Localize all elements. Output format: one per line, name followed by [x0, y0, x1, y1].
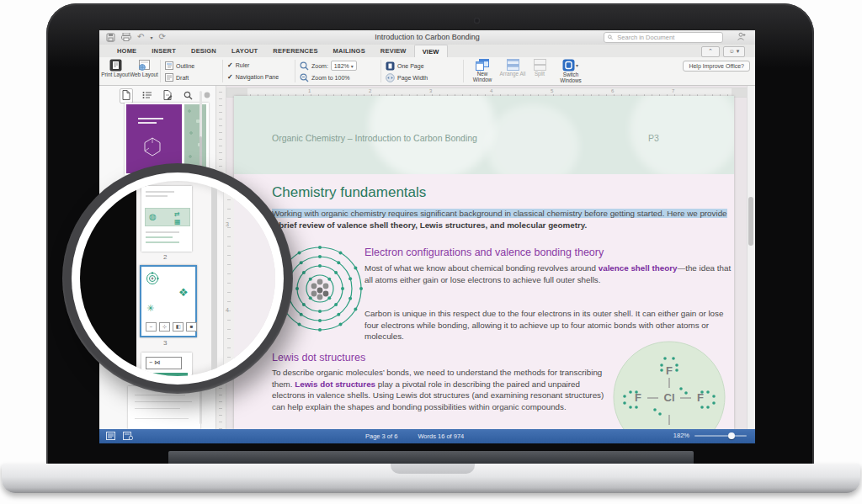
navigation-pane-tabs	[120, 88, 212, 103]
document-map-tab[interactable]	[141, 90, 154, 102]
help-improve-office-button[interactable]: Help Improve Office?	[683, 61, 750, 72]
outline-icon	[165, 61, 173, 70]
magnifier-loupe: ◍ ⇄ ▦ 2 ❖ ✳ −⊹◧■ 3 − ⋈	[62, 163, 293, 394]
print-layout-view-icon[interactable]	[106, 432, 115, 440]
ribbon-divider	[160, 60, 161, 82]
outline-button[interactable]: Outline	[165, 61, 194, 70]
status-page-count[interactable]: Page 3 of 6	[365, 432, 397, 440]
zoom-control: Zoom: 182% ▾	[300, 61, 357, 71]
loupe-page-2-label: 2	[163, 253, 167, 261]
split-button: Split	[525, 59, 554, 77]
one-page-icon	[386, 61, 395, 71]
navigation-pane-checkbox[interactable]: ✓ Navigation Pane	[227, 73, 279, 81]
search-icon	[608, 34, 613, 40]
gray-dot-icon	[204, 92, 210, 98]
pane-options-dot[interactable]	[202, 91, 212, 101]
search-pane-icon	[184, 91, 193, 100]
web-layout-button[interactable]: Web Layout	[130, 59, 158, 78]
review-pane-tab[interactable]	[162, 89, 174, 103]
split-icon	[534, 59, 546, 71]
tab-review[interactable]: REVIEW	[373, 45, 414, 57]
feedback-smiley-button[interactable]: ☺ ▾	[723, 46, 745, 57]
lid-notch	[391, 464, 475, 474]
document-page[interactable]: Organic Chemistry – Introduction to Carb…	[234, 96, 734, 429]
screenshot-stage: ↶ ▾ ⟳ Introduction to Carbon Bonding HOM…	[0, 0, 862, 504]
tab-references[interactable]: REFERENCES	[265, 45, 325, 57]
collapse-ribbon-button[interactable]: ⌃	[701, 46, 720, 57]
tab-layout[interactable]: LAYOUT	[224, 45, 265, 57]
tab-home[interactable]: HOME	[109, 45, 144, 57]
view-ribbon: Print Layout Web Layout Outline Draft ✓ …	[99, 57, 755, 86]
svg-text:▾: ▾	[576, 63, 578, 68]
print-layout-icon	[109, 59, 122, 72]
one-page-button[interactable]: One Page	[386, 61, 424, 71]
ribbon-tabs: HOME INSERT DESIGN LAYOUT REFERENCES MAI…	[109, 45, 448, 57]
zoom-slider-thumb[interactable]	[728, 432, 735, 439]
thumbnails-icon	[122, 90, 130, 100]
scrollbar-thumb[interactable]	[748, 197, 753, 246]
mini-atom-icon	[146, 272, 159, 285]
print-layout-button[interactable]: Print Layout	[101, 59, 130, 78]
draft-icon	[165, 73, 173, 82]
status-word-count[interactable]: Words 16 of 974	[418, 432, 464, 440]
dropdown-caret-icon: ▾	[351, 63, 354, 69]
web-layout-icon	[138, 59, 151, 72]
header-title: Organic Chemistry – Introduction to Carb…	[272, 133, 477, 143]
page-body: Chemistry fundamentals Working with orga…	[234, 174, 734, 429]
lewis-paragraph: To describe organic molecules’ bonds, we…	[272, 367, 609, 412]
title-bar: ↶ ▾ ⟳ Introduction to Carbon Bonding	[99, 30, 755, 45]
new-window-icon	[476, 59, 489, 71]
electron-paragraph-1: Most of what we know about chemical bond…	[364, 263, 733, 285]
lewis-atom-top: F	[666, 364, 673, 377]
document-scrollbar[interactable]	[747, 86, 755, 429]
arrange-all-icon	[507, 59, 519, 71]
zoom-slider[interactable]	[694, 435, 747, 437]
mini-figure-box: − ⋈	[146, 357, 182, 369]
status-bar: Page 3 of 6 Words 16 of 974 182%	[99, 429, 755, 443]
find-tab[interactable]	[182, 90, 194, 103]
status-zoom-value[interactable]: 182%	[673, 432, 689, 439]
zoom-value-dropdown[interactable]: 182% ▾	[331, 61, 357, 71]
tab-view[interactable]: VIEW	[414, 45, 448, 57]
document-area: 1 2 3 4 5 6 7 Organic Chemistry – Introd…	[226, 86, 755, 429]
molecule-hexagon-icon	[141, 136, 163, 157]
tab-mailings[interactable]: MAILINGS	[326, 45, 373, 57]
page-width-button[interactable]: Page Width	[386, 73, 428, 82]
loupe-vertical-ruler: 3 4	[223, 181, 235, 376]
ribbon-divider	[380, 60, 381, 82]
new-window-button[interactable]: New Window	[468, 59, 497, 82]
draft-button[interactable]: Draft	[165, 73, 189, 82]
electron-paragraph-2: Carbon is unique in this respect due to …	[364, 308, 733, 342]
switch-windows-button[interactable]: ▾ Switch Windows	[554, 59, 588, 83]
loupe-content: ◍ ⇄ ▦ 2 ❖ ✳ −⊹◧■ 3 − ⋈	[80, 181, 275, 376]
selected-text: Working with organic chemistry requires …	[272, 209, 727, 218]
search-box[interactable]	[604, 32, 723, 43]
page-width-icon	[386, 73, 395, 82]
mini-grid-icon: ▦	[174, 218, 181, 226]
mini-table-row: −⊹◧■	[146, 322, 197, 332]
ribbon-divider	[463, 60, 464, 82]
loupe-page-3-label: 3	[163, 339, 167, 347]
ruler-checkbox[interactable]: ✓ Ruler	[227, 61, 249, 69]
mini-molecule-icon: ✳	[146, 304, 154, 312]
switch-windows-icon: ▾	[562, 59, 579, 72]
lewis-dot-diagram: F F Cl F F	[613, 341, 726, 429]
loupe-thumbnail-page-2[interactable]: ◍ ⇄ ▦	[141, 186, 192, 252]
lewis-atom-center: Cl	[664, 391, 675, 404]
thumbnail-green-band: ◍ ⇄ ▦	[145, 208, 190, 226]
tab-insert[interactable]: INSERT	[144, 45, 184, 57]
loupe-bezel-black	[80, 181, 136, 376]
webcam-dot	[474, 18, 480, 24]
heading-electron-configurations: Electron configurations and valence bond…	[364, 247, 604, 258]
thumbnails-tab[interactable]	[120, 88, 133, 103]
outline-list-icon	[142, 91, 152, 99]
zoom-to-100-button[interactable]: Zoom to 100%	[300, 73, 350, 82]
zoom-100-icon	[300, 73, 309, 82]
web-layout-view-icon[interactable]	[123, 432, 133, 440]
loupe-thumbnail-page-3-selected[interactable]: ❖ ✳ −⊹◧■	[140, 265, 197, 337]
zoom-magnifier-icon	[300, 61, 309, 71]
search-input[interactable]	[615, 33, 719, 42]
share-contact-icon[interactable]	[737, 32, 747, 41]
tab-design[interactable]: DESIGN	[184, 45, 224, 57]
ribbon-divider	[295, 60, 295, 82]
